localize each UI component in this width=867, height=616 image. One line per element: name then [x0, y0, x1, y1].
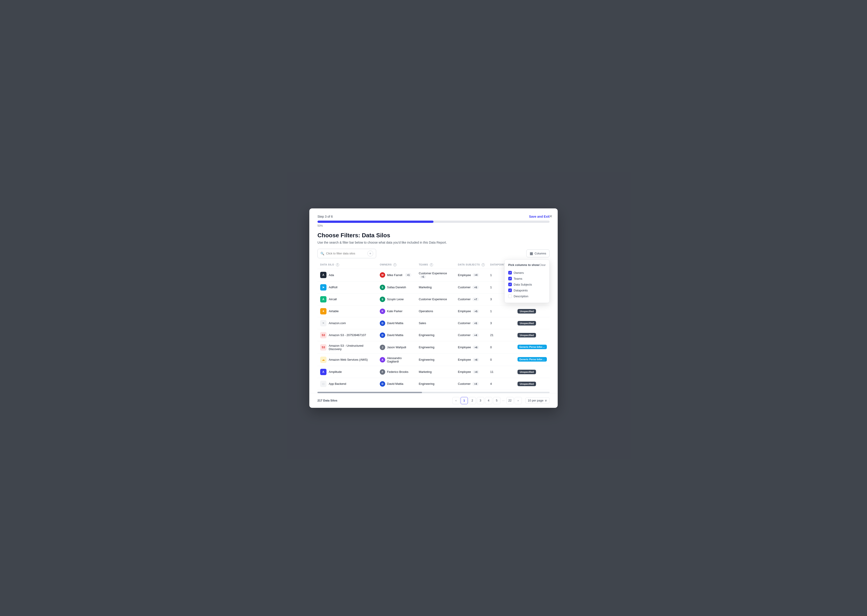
checkbox-datapoints[interactable]	[508, 289, 512, 292]
silo-name: AdRoll	[329, 286, 337, 289]
silo-name: Aircall	[329, 297, 337, 301]
subject-extra-count: +5	[472, 321, 479, 325]
owner-avatar: S	[380, 284, 385, 290]
checkbox-teams[interactable]	[508, 277, 512, 280]
page-button-last[interactable]: 22	[506, 397, 514, 404]
dropdown-title: Pick columns to show	[508, 263, 539, 267]
category-badge-unspecified: Unspecified	[517, 370, 536, 374]
datapoints-value: 4	[490, 382, 492, 385]
category-cell: Unspecified	[515, 378, 550, 390]
table-row[interactable]: S3 Amazon S3 - Unstructured Discovery J …	[317, 341, 550, 354]
table-row[interactable]: A Amplitude F Federico Brooks Marketing …	[317, 366, 550, 378]
subject-name: Employee	[458, 370, 471, 374]
category-cell: Generic Perso Information	[515, 341, 550, 354]
silo-cell: ~ Amazon.com	[317, 317, 377, 329]
owner-avatar: A	[380, 357, 385, 363]
silo-cell: ➤ AdRoll	[317, 281, 377, 293]
page-button-3[interactable]: 3	[477, 397, 484, 404]
team-cell: Engineering	[416, 329, 455, 341]
table-row[interactable]: ☁ Amazon Web Services (AWS) A Alessandro…	[317, 354, 550, 366]
column-option-teams[interactable]: Teams	[508, 276, 546, 281]
subject-cell: Customer +4	[455, 378, 487, 390]
clear-columns-button[interactable]: Clear	[539, 264, 546, 267]
owner-avatar: D	[380, 333, 385, 338]
subject-name: Employee	[458, 310, 471, 313]
page-button-2[interactable]: 2	[469, 397, 476, 404]
silo-name: Amazon S3 - 207539467107	[329, 333, 366, 337]
subject-name: Employee	[458, 358, 471, 361]
checkbox-description[interactable]	[508, 294, 512, 298]
team-extra-count: +1	[420, 275, 426, 278]
column-option-datapoints[interactable]: Datapoints	[508, 288, 546, 293]
subject-cell: Employee +5	[455, 305, 487, 317]
column-option-data-subjects[interactable]: Data Subjects	[508, 281, 546, 288]
silo-name: Airtable	[329, 310, 339, 313]
checkbox-owners[interactable]	[508, 271, 512, 275]
owner-name: Safaa Darwish	[387, 286, 406, 289]
prev-page-button[interactable]: ‹	[452, 397, 460, 404]
save-exit-button[interactable]: Save and Exit	[529, 215, 550, 218]
owner-cell: J Jason Wahjudi	[377, 341, 416, 354]
per-page-select[interactable]: 10 per page ∨	[525, 398, 550, 404]
per-page-label: 10 per page	[528, 399, 544, 402]
table-row[interactable]: S3 Amazon S3 - 207539467107 D David Matt…	[317, 329, 550, 341]
team-name: Marketing	[419, 286, 432, 289]
table-row[interactable]: ✦ Airtable K Kate Parker Operations Empl…	[317, 305, 550, 317]
search-box[interactable]: 🔍 +	[317, 249, 376, 258]
subject-extra-count: +4	[473, 370, 479, 374]
owner-name: David Mattia	[387, 382, 403, 385]
owner-name: David Mattia	[387, 333, 403, 337]
owner-name: Jason Wahjudi	[387, 346, 406, 349]
column-data-subjects-label: Data Subjects	[514, 283, 532, 286]
subject-cell: Employee +6	[455, 341, 487, 354]
table-row[interactable]: □ App Backend D David Mattia Engineering…	[317, 378, 550, 390]
subject-name: Customer	[458, 321, 471, 325]
columns-icon: ▦	[530, 251, 533, 256]
owner-avatar: J	[380, 345, 385, 350]
owner-name: Szuyin Leow	[387, 297, 404, 301]
close-button[interactable]: ×	[549, 213, 553, 220]
toolbar: 🔍 + ▦ Columns Pick columns to show Clear	[309, 249, 558, 258]
page-button-1[interactable]: 1	[460, 397, 468, 404]
subject-cell: Customer +7	[455, 293, 487, 305]
datapoints-value: 1	[490, 286, 492, 289]
col-header-data-silo: DATA SILO i	[317, 261, 377, 269]
step-label: Step 3 of 6	[317, 215, 333, 218]
silo-cell: S3 Amazon S3 - Unstructured Discovery	[317, 341, 377, 354]
checkbox-data-subjects[interactable]	[508, 283, 512, 286]
column-teams-label: Teams	[514, 277, 522, 280]
page-button-5[interactable]: 5	[493, 397, 500, 404]
column-option-owners[interactable]: Owners	[508, 270, 546, 276]
team-cell: Engineering	[416, 378, 455, 390]
add-filter-button[interactable]: +	[367, 251, 373, 256]
search-input[interactable]	[326, 252, 366, 255]
silo-logo: A	[320, 272, 326, 278]
category-cell: Unspecified	[515, 329, 550, 341]
page-button-4[interactable]: 4	[485, 397, 492, 404]
silo-cell: ☁ Amazon Web Services (AWS)	[317, 354, 377, 366]
modal-overlay: × Step 3 of 6 Save and Exit 50% Choose F…	[0, 0, 867, 616]
team-cell: Customer Experience+1	[416, 269, 455, 281]
silo-logo: □	[320, 381, 326, 387]
table-row[interactable]: ~ Amazon.com D David Mattia Sales Custom…	[317, 317, 550, 329]
category-cell: Unspecified	[515, 305, 550, 317]
info-icon-teams: i	[430, 263, 433, 266]
silo-logo: ➤	[320, 284, 326, 291]
category-cell: Unspecified	[515, 317, 550, 329]
subject-extra-count: +5	[473, 310, 479, 313]
column-owners-label: Owners	[514, 271, 524, 275]
columns-button[interactable]: ▦ Columns	[526, 250, 550, 258]
column-option-description[interactable]: Description	[508, 293, 546, 299]
owner-cell: D David Mattia	[377, 378, 416, 390]
chevron-down-icon: ∨	[545, 399, 547, 402]
silo-cell: □ App Backend	[317, 378, 377, 390]
datapoints-cell: 1	[487, 305, 515, 317]
team-name: Engineering	[419, 358, 434, 361]
datapoints-cell: 21	[487, 329, 515, 341]
datapoints-value: 1	[490, 310, 492, 313]
next-page-button[interactable]: ›	[515, 397, 522, 404]
team-cell: Sales	[416, 317, 455, 329]
owner-cell: D David Mattia	[377, 329, 416, 341]
category-badge-unspecified: Unspecified	[517, 382, 536, 386]
silo-cell: A Ada	[317, 269, 377, 281]
